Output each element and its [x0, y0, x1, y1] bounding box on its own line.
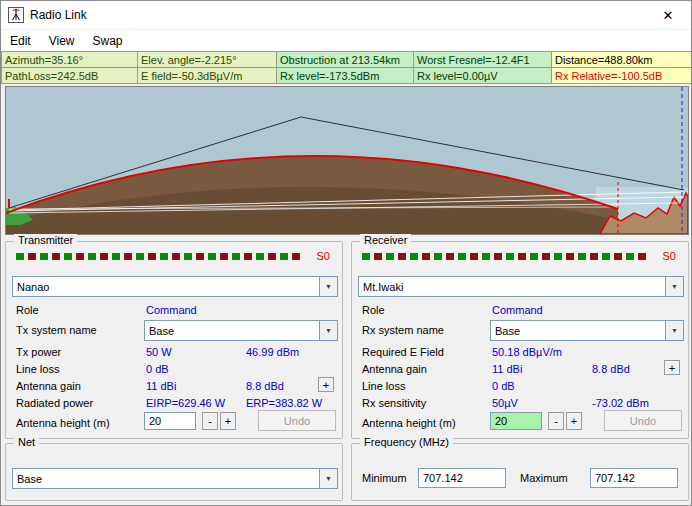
radio-link-window: Radio Link ✕ Edit View Swap Azimuth=35.1…	[0, 0, 692, 506]
frequency-group-title: Frequency (MHz)	[360, 436, 453, 448]
rx-sensitivity-dbm: -73.02 dBm	[592, 397, 649, 409]
tx-role-label: Role	[16, 304, 39, 316]
rx-unit-select[interactable]: Mt.Iwaki ▼	[358, 276, 684, 297]
tx-antenna-gain-plus-button[interactable]: +	[318, 377, 334, 392]
net-value: Base	[13, 473, 319, 485]
menu-swap[interactable]: Swap	[83, 32, 131, 50]
status-distance: Distance=488.80km	[552, 52, 692, 68]
tx-height-increase-button[interactable]: +	[220, 412, 236, 430]
tx-system-label: Tx system name	[16, 324, 97, 336]
rx-antenna-gain-plus-button[interactable]: +	[664, 360, 680, 375]
title-bar: Radio Link ✕	[1, 1, 691, 30]
menu-view[interactable]: View	[40, 32, 84, 50]
status-e-field: E field=-50.3dBµV/m	[138, 68, 277, 84]
net-select[interactable]: Base ▼	[12, 468, 338, 489]
rx-signal-meter	[362, 253, 646, 261]
rx-antenna-gain-dbi: 11 dBi	[492, 363, 522, 375]
rx-antenna-gain-dbd: 8.8 dBd	[592, 363, 630, 375]
chevron-down-icon[interactable]: ▼	[319, 469, 337, 488]
close-button[interactable]: ✕	[645, 1, 691, 29]
status-obstruction: Obstruction at 213.54km	[277, 52, 414, 68]
tx-unit-select[interactable]: Nanao ▼	[12, 276, 338, 297]
frequency-min-input[interactable]	[418, 468, 506, 488]
tx-line-loss-value: 0 dB	[146, 363, 169, 375]
tx-antenna-gain-dbd: 8.8 dBd	[246, 380, 284, 392]
tx-power-dbm: 46.99 dBm	[246, 346, 299, 358]
rx-line-loss-label: Line loss	[362, 380, 405, 392]
tx-signal-level: S0	[317, 250, 330, 262]
profile-chart-canvas	[6, 87, 688, 234]
status-pathloss: PathLoss=242.5dB	[2, 68, 138, 84]
tx-line-loss-label: Line loss	[16, 363, 59, 375]
app-icon	[8, 7, 24, 23]
tx-height-decrease-button[interactable]: -	[202, 412, 218, 430]
status-azimuth: Azimuth=35.16°	[2, 52, 138, 68]
tx-eirp-value: EIRP=629.46 W	[146, 397, 225, 409]
rx-sensitivity-uv: 50µV	[492, 397, 518, 409]
rx-role-label: Role	[362, 304, 385, 316]
transmitter-group: Transmitter S0 Nanao ▼ Role Command Tx s…	[5, 241, 343, 439]
profile-chart	[5, 86, 689, 235]
status-rx-level-uv: Rx level=0.00µV	[414, 68, 552, 84]
frequency-min-label: Minimum	[362, 472, 407, 484]
tx-antenna-height-label: Antenna height (m)	[16, 417, 110, 429]
status-grid: Azimuth=35.16° Elev. angle=-2.215° Obstr…	[1, 51, 692, 84]
rx-sensitivity-label: Rx sensitivity	[362, 397, 426, 409]
menu-edit[interactable]: Edit	[1, 32, 40, 50]
tx-antenna-height-input[interactable]	[144, 412, 196, 430]
status-elevation-angle: Elev. angle=-2.215°	[138, 52, 277, 68]
tx-system-value: Base	[145, 325, 319, 337]
frequency-max-label: Maximum	[520, 472, 568, 484]
frequency-max-input[interactable]	[590, 468, 678, 488]
rx-signal-level: S0	[663, 250, 676, 262]
rx-height-decrease-button[interactable]: -	[548, 412, 564, 430]
rx-system-label: Rx system name	[362, 324, 444, 336]
receiver-group: Receiver S0 Mt.Iwaki ▼ Role Command Rx s…	[351, 241, 689, 439]
rx-height-increase-button[interactable]: +	[566, 412, 582, 430]
net-group: Net Base ▼	[5, 443, 343, 501]
chevron-down-icon[interactable]: ▼	[665, 277, 683, 296]
rx-line-loss-value: 0 dB	[492, 380, 515, 392]
rx-required-efield-label: Required E Field	[362, 346, 444, 358]
tx-power-label: Tx power	[16, 346, 61, 358]
tx-signal-meter	[16, 253, 300, 261]
rx-unit-value: Mt.Iwaki	[359, 281, 665, 293]
net-group-title: Net	[14, 436, 39, 448]
chevron-down-icon[interactable]: ▼	[319, 321, 337, 340]
rx-role-value: Command	[492, 304, 543, 316]
window-title: Radio Link	[30, 8, 87, 22]
rx-antenna-height-input[interactable]	[490, 412, 542, 430]
chevron-down-icon[interactable]: ▼	[319, 277, 337, 296]
tx-radiated-power-label: Radiated power	[16, 397, 93, 409]
status-rx-level-dbm: Rx level=-173.5dBm	[277, 68, 414, 84]
tx-role-value: Command	[146, 304, 197, 316]
frequency-group: Frequency (MHz) Minimum Maximum	[351, 443, 689, 501]
receiver-group-title: Receiver	[360, 234, 411, 246]
transmitter-group-title: Transmitter	[14, 234, 77, 246]
tx-antenna-gain-label: Antenna gain	[16, 380, 81, 392]
tx-erp-value: ERP=383.82 W	[246, 397, 322, 409]
status-worst-fresnel: Worst Fresnel=-12.4F1	[414, 52, 552, 68]
tx-undo-button[interactable]: Undo	[258, 410, 336, 431]
tx-power-watts: 50 W	[146, 346, 172, 358]
status-rx-relative: Rx Relative=-100.5dB	[552, 68, 692, 84]
rx-undo-button[interactable]: Undo	[604, 410, 682, 431]
tx-system-select[interactable]: Base ▼	[144, 320, 338, 341]
rx-antenna-gain-label: Antenna gain	[362, 363, 427, 375]
rx-system-value: Base	[491, 325, 665, 337]
menu-bar: Edit View Swap	[1, 30, 691, 51]
chevron-down-icon[interactable]: ▼	[665, 321, 683, 340]
tx-unit-value: Nanao	[13, 281, 319, 293]
rx-required-efield-value: 50.18 dBµV/m	[492, 346, 562, 358]
tx-antenna-gain-dbi: 11 dBi	[146, 380, 176, 392]
rx-antenna-height-label: Antenna height (m)	[362, 417, 456, 429]
rx-system-select[interactable]: Base ▼	[490, 320, 684, 341]
